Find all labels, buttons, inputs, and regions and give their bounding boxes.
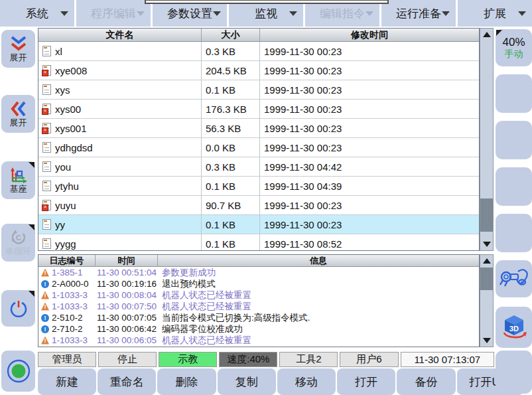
right-panel-slot-3[interactable] [496,167,532,206]
view-3d-button[interactable]: 3D [496,307,532,348]
status-mode-teach[interactable]: 示教 [159,352,217,367]
robot-jog-button[interactable] [496,260,532,297]
status-tool[interactable]: 工具2 [279,352,338,367]
right-panel-slot-1[interactable] [496,74,532,113]
scroll-up-icon[interactable] [480,256,493,266]
status-label: 用户6 [356,353,381,366]
file-size: 176.3 KB [202,100,260,118]
log-row[interactable]: 2-710-2 11-30 00:06:42 编码器零位校准成功 [38,323,479,335]
table-row[interactable]: xys001 56.3 KB 1999-11-30 00:23 [38,119,479,138]
log-message: 机器人状态已经被重置 [158,301,479,313]
table-row[interactable]: xl 0.3 KB 1999-11-30 00:23 [38,42,479,61]
menu-monitor[interactable]: 监视 [229,0,303,27]
table-row[interactable]: you 0.3 KB 1999-11-30 04:42 [38,157,479,177]
status-label: 管理员 [52,353,82,366]
speed-mode-button[interactable]: 40% 手动 [496,29,532,66]
delete-button[interactable]: 删除 [157,368,216,395]
status-user-frame[interactable]: 用户6 [340,352,398,367]
move-button[interactable]: 移动 [277,368,336,395]
log-table: 日志编号 时间 信息 1-385-1 11-30 00:51:04 参数更新成功… [38,254,480,347]
table-row[interactable]: yuyu 90.7 KB 1999-11-30 00:23 [38,196,479,215]
single-cycle-icon: C [9,229,28,246]
menu-label: 监视 [255,6,277,21]
scroll-down-icon[interactable] [480,240,493,249]
button-label: 复制 [235,374,258,390]
log-time: 11-30 00:51:04 [96,268,158,277]
power-button[interactable] [1,290,35,327]
menu-parameter-settings[interactable]: 参数设置 [153,0,227,27]
file-table: 文件名 大小 修改时间 xl 0.3 KB 1999-11-30 00:23 x… [38,28,480,251]
right-panel-slot-2[interactable] [496,121,532,159]
file-name: xl [55,46,62,57]
base-coordinate-button[interactable]: 基座 [1,161,35,199]
expand-left-button[interactable]: 展开 [1,95,35,133]
file-doc-icon [42,142,51,153]
sidebar-button-label: 展开 [10,53,27,62]
scrollbar-thumb[interactable] [480,198,493,232]
scroll-down-icon[interactable] [480,336,493,345]
open-button[interactable]: 打开 [337,368,395,395]
table-row[interactable]: yygg 0.1 KB 1999-11-30 08:52 [38,234,479,251]
log-time: 11-30 00:19:16 [96,279,158,289]
log-row[interactable]: 1-1033-3 11-30 00:08:04 机器人状态已经被重置 [38,289,479,301]
file-table-scrollbar[interactable] [480,28,494,251]
log-row[interactable]: 2-A000-0 11-30 00:19:16 退出预约模式 [38,278,479,289]
menu-label: 扩展 [484,6,506,21]
menu-run-prepare[interactable]: 运行准备 [381,0,456,27]
table-row[interactable]: xys00 176.3 KB 1999-11-30 00:23 [38,100,479,119]
file-doc-icon [42,84,51,95]
log-row[interactable]: 1-385-1 11-30 00:51:04 参数更新成功 [38,267,479,278]
log-table-scrollbar[interactable] [480,254,494,347]
status-speed[interactable]: 速度:40% [219,352,277,367]
record-status-icon [5,358,32,384]
single-cycle-button[interactable]: C 单循环 [1,224,35,262]
log-code: 1-1033-3 [52,335,88,345]
expand-down-button[interactable]: 展开 [1,30,35,68]
file-time: 1999-11-30 00:23 [260,215,479,234]
file-program-icon [42,65,51,76]
column-header-log-info: 信息 [158,255,479,267]
info-icon [41,280,49,288]
warning-icon [41,337,49,345]
table-row-selected[interactable]: yy 0.1 KB 1999-11-30 00:23 [38,215,479,234]
chevron-down-icon [137,11,145,16]
double-chevron-down-icon [9,35,28,52]
robot-jog-icon [499,266,529,291]
chevron-down-icon [289,11,297,16]
status-run-state[interactable]: 停止 [98,352,157,367]
button-label: 删除 [176,374,198,390]
scroll-up-icon[interactable] [480,30,493,39]
menu-program-edit[interactable]: 程序编辑 [76,0,151,27]
file-time: 1999-11-30 04:42 [260,157,479,176]
menu-label: 编辑指令 [320,6,365,21]
menu-extend[interactable]: 扩展 [458,0,532,27]
menu-system[interactable]: 系统 [0,0,74,27]
file-name: ydhgdsd [55,142,93,153]
table-row[interactable]: xys 0.1 KB 1999-11-30 00:23 [38,80,479,100]
status-user-level[interactable]: 管理员 [38,352,96,367]
menu-label: 系统 [26,6,48,21]
new-button[interactable]: 新建 [38,368,96,395]
servo-status-button[interactable] [1,351,35,392]
right-panel-slot-5[interactable] [496,351,532,394]
manual-mode-label: 手动 [505,48,523,60]
table-row[interactable]: ydhgdsd 0.0 KB 1999-11-30 00:23 [38,138,479,157]
file-size: 0.3 KB [202,157,260,176]
log-code: 1-1033-3 [52,290,88,300]
menu-edit-command[interactable]: 编辑指令 [305,0,379,27]
log-message: 机器人状态已经被重置 [158,289,479,301]
scrollbar-thumb[interactable] [480,268,493,290]
table-row[interactable]: ytyhu 0.1 KB 1999-11-30 04:39 [38,177,479,196]
file-name: yuyu [55,200,76,211]
svg-text:C: C [16,234,21,242]
rename-button[interactable]: 重命名 [98,368,156,395]
log-row[interactable]: 1-1033-3 11-30 00:07:50 机器人状态已经被重置 [38,301,479,312]
backup-button[interactable]: 备份 [397,368,455,395]
table-row[interactable]: xye008 204.5 KB 1999-11-30 00:23 [38,61,479,80]
right-panel-slot-4[interactable] [496,214,532,252]
log-row[interactable]: 2-510-2 11-30 00:07:05 当前指令模式已切换为:高级指令模式… [38,312,479,323]
log-row[interactable]: 1-1033-3 11-30 00:06:05 机器人状态已经被重置 [38,335,479,346]
button-label: 重命名 [110,374,144,390]
copy-button[interactable]: 复制 [218,368,276,395]
file-time: 1999-11-30 00:23 [260,80,479,99]
